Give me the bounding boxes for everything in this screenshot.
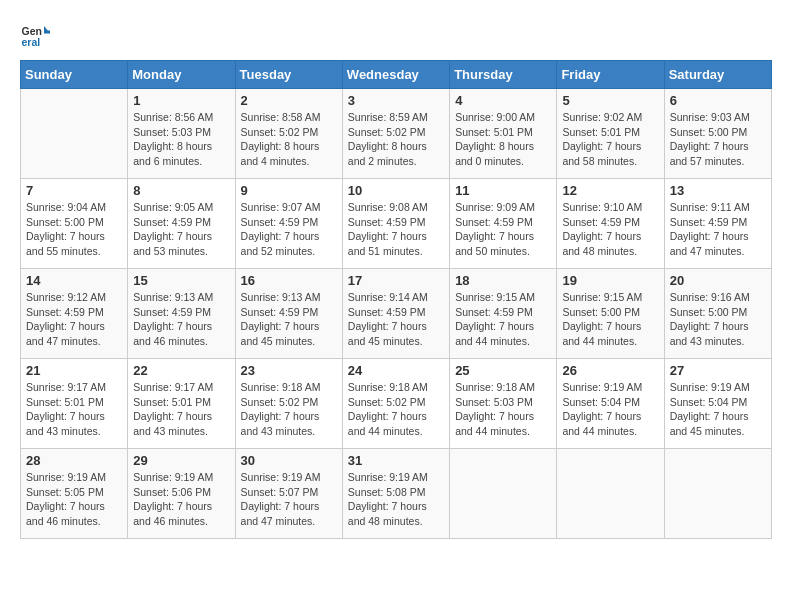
day-info: Sunrise: 9:02 AM Sunset: 5:01 PM Dayligh… bbox=[562, 110, 658, 169]
day-cell: 7Sunrise: 9:04 AM Sunset: 5:00 PM Daylig… bbox=[21, 179, 128, 269]
day-info: Sunrise: 9:17 AM Sunset: 5:01 PM Dayligh… bbox=[26, 380, 122, 439]
day-number: 15 bbox=[133, 273, 229, 288]
day-info: Sunrise: 9:11 AM Sunset: 4:59 PM Dayligh… bbox=[670, 200, 766, 259]
day-number: 28 bbox=[26, 453, 122, 468]
day-number: 12 bbox=[562, 183, 658, 198]
day-info: Sunrise: 9:12 AM Sunset: 4:59 PM Dayligh… bbox=[26, 290, 122, 349]
day-cell: 2Sunrise: 8:58 AM Sunset: 5:02 PM Daylig… bbox=[235, 89, 342, 179]
day-cell: 6Sunrise: 9:03 AM Sunset: 5:00 PM Daylig… bbox=[664, 89, 771, 179]
day-cell: 17Sunrise: 9:14 AM Sunset: 4:59 PM Dayli… bbox=[342, 269, 449, 359]
day-info: Sunrise: 9:05 AM Sunset: 4:59 PM Dayligh… bbox=[133, 200, 229, 259]
day-number: 1 bbox=[133, 93, 229, 108]
day-cell: 31Sunrise: 9:19 AM Sunset: 5:08 PM Dayli… bbox=[342, 449, 449, 539]
day-number: 8 bbox=[133, 183, 229, 198]
day-cell: 27Sunrise: 9:19 AM Sunset: 5:04 PM Dayli… bbox=[664, 359, 771, 449]
header-cell-friday: Friday bbox=[557, 61, 664, 89]
day-number: 6 bbox=[670, 93, 766, 108]
day-cell: 9Sunrise: 9:07 AM Sunset: 4:59 PM Daylig… bbox=[235, 179, 342, 269]
day-number: 20 bbox=[670, 273, 766, 288]
day-cell: 22Sunrise: 9:17 AM Sunset: 5:01 PM Dayli… bbox=[128, 359, 235, 449]
day-info: Sunrise: 9:19 AM Sunset: 5:04 PM Dayligh… bbox=[562, 380, 658, 439]
week-row-2: 7Sunrise: 9:04 AM Sunset: 5:00 PM Daylig… bbox=[21, 179, 772, 269]
day-info: Sunrise: 9:13 AM Sunset: 4:59 PM Dayligh… bbox=[133, 290, 229, 349]
day-cell: 14Sunrise: 9:12 AM Sunset: 4:59 PM Dayli… bbox=[21, 269, 128, 359]
day-info: Sunrise: 9:13 AM Sunset: 4:59 PM Dayligh… bbox=[241, 290, 337, 349]
day-cell: 24Sunrise: 9:18 AM Sunset: 5:02 PM Dayli… bbox=[342, 359, 449, 449]
day-info: Sunrise: 8:56 AM Sunset: 5:03 PM Dayligh… bbox=[133, 110, 229, 169]
day-number: 13 bbox=[670, 183, 766, 198]
day-cell: 4Sunrise: 9:00 AM Sunset: 5:01 PM Daylig… bbox=[450, 89, 557, 179]
day-cell: 11Sunrise: 9:09 AM Sunset: 4:59 PM Dayli… bbox=[450, 179, 557, 269]
day-info: Sunrise: 9:07 AM Sunset: 4:59 PM Dayligh… bbox=[241, 200, 337, 259]
day-cell: 18Sunrise: 9:15 AM Sunset: 4:59 PM Dayli… bbox=[450, 269, 557, 359]
day-info: Sunrise: 9:15 AM Sunset: 4:59 PM Dayligh… bbox=[455, 290, 551, 349]
day-cell: 21Sunrise: 9:17 AM Sunset: 5:01 PM Dayli… bbox=[21, 359, 128, 449]
day-info: Sunrise: 9:15 AM Sunset: 5:00 PM Dayligh… bbox=[562, 290, 658, 349]
day-cell: 20Sunrise: 9:16 AM Sunset: 5:00 PM Dayli… bbox=[664, 269, 771, 359]
day-info: Sunrise: 9:08 AM Sunset: 4:59 PM Dayligh… bbox=[348, 200, 444, 259]
day-number: 3 bbox=[348, 93, 444, 108]
logo-icon: Gen eral bbox=[20, 20, 50, 50]
day-info: Sunrise: 9:19 AM Sunset: 5:07 PM Dayligh… bbox=[241, 470, 337, 529]
header-cell-saturday: Saturday bbox=[664, 61, 771, 89]
week-row-3: 14Sunrise: 9:12 AM Sunset: 4:59 PM Dayli… bbox=[21, 269, 772, 359]
calendar-header: SundayMondayTuesdayWednesdayThursdayFrid… bbox=[21, 61, 772, 89]
header-row: SundayMondayTuesdayWednesdayThursdayFrid… bbox=[21, 61, 772, 89]
day-cell bbox=[450, 449, 557, 539]
header-cell-tuesday: Tuesday bbox=[235, 61, 342, 89]
day-cell: 23Sunrise: 9:18 AM Sunset: 5:02 PM Dayli… bbox=[235, 359, 342, 449]
day-cell bbox=[21, 89, 128, 179]
day-info: Sunrise: 9:19 AM Sunset: 5:05 PM Dayligh… bbox=[26, 470, 122, 529]
day-info: Sunrise: 8:58 AM Sunset: 5:02 PM Dayligh… bbox=[241, 110, 337, 169]
day-info: Sunrise: 8:59 AM Sunset: 5:02 PM Dayligh… bbox=[348, 110, 444, 169]
day-info: Sunrise: 9:18 AM Sunset: 5:02 PM Dayligh… bbox=[348, 380, 444, 439]
day-info: Sunrise: 9:18 AM Sunset: 5:03 PM Dayligh… bbox=[455, 380, 551, 439]
svg-text:eral: eral bbox=[22, 36, 41, 48]
day-number: 19 bbox=[562, 273, 658, 288]
day-number: 7 bbox=[26, 183, 122, 198]
day-number: 29 bbox=[133, 453, 229, 468]
week-row-1: 1Sunrise: 8:56 AM Sunset: 5:03 PM Daylig… bbox=[21, 89, 772, 179]
day-number: 23 bbox=[241, 363, 337, 378]
day-number: 2 bbox=[241, 93, 337, 108]
day-info: Sunrise: 9:19 AM Sunset: 5:04 PM Dayligh… bbox=[670, 380, 766, 439]
day-number: 16 bbox=[241, 273, 337, 288]
page-header: Gen eral bbox=[20, 20, 772, 50]
day-info: Sunrise: 9:19 AM Sunset: 5:06 PM Dayligh… bbox=[133, 470, 229, 529]
day-number: 17 bbox=[348, 273, 444, 288]
day-number: 30 bbox=[241, 453, 337, 468]
day-number: 27 bbox=[670, 363, 766, 378]
day-info: Sunrise: 9:16 AM Sunset: 5:00 PM Dayligh… bbox=[670, 290, 766, 349]
logo: Gen eral bbox=[20, 20, 54, 50]
day-cell bbox=[557, 449, 664, 539]
day-cell: 5Sunrise: 9:02 AM Sunset: 5:01 PM Daylig… bbox=[557, 89, 664, 179]
day-cell: 16Sunrise: 9:13 AM Sunset: 4:59 PM Dayli… bbox=[235, 269, 342, 359]
day-number: 24 bbox=[348, 363, 444, 378]
day-cell: 25Sunrise: 9:18 AM Sunset: 5:03 PM Dayli… bbox=[450, 359, 557, 449]
day-info: Sunrise: 9:18 AM Sunset: 5:02 PM Dayligh… bbox=[241, 380, 337, 439]
day-number: 31 bbox=[348, 453, 444, 468]
svg-rect-3 bbox=[44, 31, 50, 34]
day-number: 10 bbox=[348, 183, 444, 198]
day-cell: 12Sunrise: 9:10 AM Sunset: 4:59 PM Dayli… bbox=[557, 179, 664, 269]
day-number: 4 bbox=[455, 93, 551, 108]
header-cell-monday: Monday bbox=[128, 61, 235, 89]
day-cell: 8Sunrise: 9:05 AM Sunset: 4:59 PM Daylig… bbox=[128, 179, 235, 269]
day-info: Sunrise: 9:17 AM Sunset: 5:01 PM Dayligh… bbox=[133, 380, 229, 439]
header-cell-sunday: Sunday bbox=[21, 61, 128, 89]
day-number: 5 bbox=[562, 93, 658, 108]
day-number: 22 bbox=[133, 363, 229, 378]
day-cell: 13Sunrise: 9:11 AM Sunset: 4:59 PM Dayli… bbox=[664, 179, 771, 269]
day-cell: 10Sunrise: 9:08 AM Sunset: 4:59 PM Dayli… bbox=[342, 179, 449, 269]
day-cell: 3Sunrise: 8:59 AM Sunset: 5:02 PM Daylig… bbox=[342, 89, 449, 179]
day-info: Sunrise: 9:04 AM Sunset: 5:00 PM Dayligh… bbox=[26, 200, 122, 259]
calendar-table: SundayMondayTuesdayWednesdayThursdayFrid… bbox=[20, 60, 772, 539]
day-number: 21 bbox=[26, 363, 122, 378]
calendar-body: 1Sunrise: 8:56 AM Sunset: 5:03 PM Daylig… bbox=[21, 89, 772, 539]
day-info: Sunrise: 9:10 AM Sunset: 4:59 PM Dayligh… bbox=[562, 200, 658, 259]
week-row-4: 21Sunrise: 9:17 AM Sunset: 5:01 PM Dayli… bbox=[21, 359, 772, 449]
day-number: 14 bbox=[26, 273, 122, 288]
day-number: 26 bbox=[562, 363, 658, 378]
day-info: Sunrise: 9:14 AM Sunset: 4:59 PM Dayligh… bbox=[348, 290, 444, 349]
day-number: 25 bbox=[455, 363, 551, 378]
